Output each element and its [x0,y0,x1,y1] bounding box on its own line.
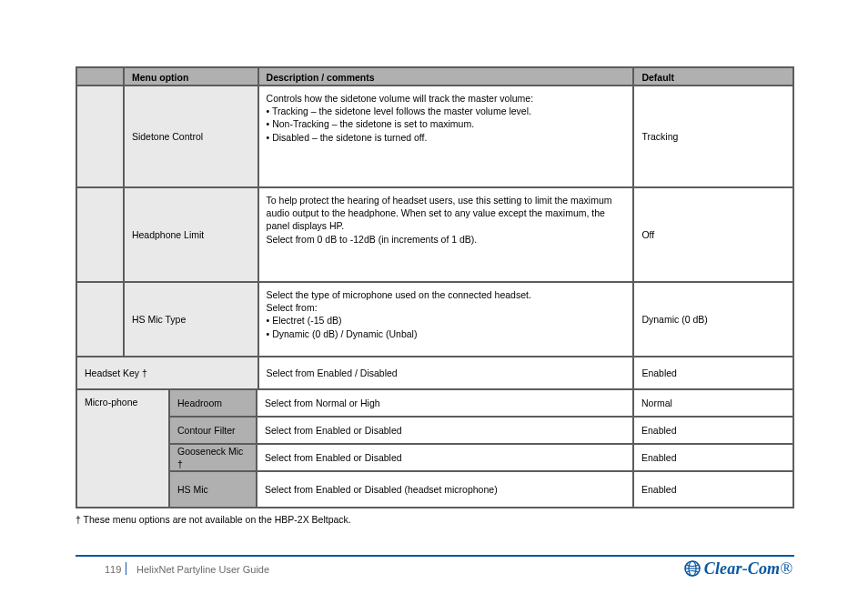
cell-menu-option: Sidetone Control [124,86,258,187]
cell-sub-label: Headroom [169,389,257,417]
table-subrow: Headroom Select from Normal or High Norm… [169,389,793,417]
header-col2: Menu option [124,67,258,86]
page-number: 119 [105,564,121,575]
logo-text-a: Clear [704,559,742,579]
table-row: HS Mic Type Select the type of microphon… [76,282,793,357]
header-col1 [76,67,124,86]
cell-sub-label: Contour Filter [169,417,257,444]
cell-group-label: Micro-phone [76,389,169,508]
footer-divider [76,555,794,557]
header-col4: Default [633,67,793,86]
logo-text-b: Com [748,559,781,579]
cell-default: Enabled [633,444,793,471]
table-row: Headphone Limit To help protect the hear… [76,187,793,282]
cell-default: Off [633,187,793,282]
table-header-row: Menu option Description / comments Defau… [76,67,793,86]
brand-logo: Clear - Com ® [684,559,792,579]
globe-icon [684,560,701,577]
table-row: Headset Key † Select from Enabled / Disa… [76,357,793,389]
cell-description: Select from Enabled or Disabled [257,417,633,444]
table-row: Sidetone Control Controls how the sideto… [76,86,793,187]
table-subrow: HS Mic Select from Enabled or Disabled (… [169,471,793,508]
table-footnote: † These menu options are not available o… [76,514,351,525]
cell-description: Select from Normal or High [257,389,633,417]
table-row-group: Micro-phone Headroom Select from Normal … [76,389,793,508]
cell-menu-option: Headphone Limit [124,187,258,282]
table-subrow: Gooseneck Mic † Select from Enabled or D… [169,444,793,471]
table-subrow: Contour Filter Select from Enabled or Di… [169,417,793,444]
cell-menu-option: Headset Key † [76,357,258,389]
cell-default: Normal [633,389,793,417]
page: Menu option Description / comments Defau… [0,0,868,614]
settings-table: Menu option Description / comments Defau… [76,66,794,508]
cell-description: Select from Enabled or Disabled (headset… [257,471,633,508]
cell-default: Enabled [633,357,793,389]
cell-menu-option: HS Mic Type [124,282,258,357]
cell-sub-label: HS Mic [169,471,257,508]
cell-sub-label: Gooseneck Mic † [169,444,257,471]
cell-blank [76,187,124,282]
cell-description: Controls how the sidetone volume will tr… [258,86,634,187]
cell-description: To help protect the hearing of headset u… [258,187,634,282]
footer-divider-short [126,562,126,575]
cell-default: Dynamic (0 dB) [633,282,793,357]
cell-default: Tracking [633,86,793,187]
cell-description: Select the type of microphone used on th… [258,282,634,357]
cell-blank [76,282,124,357]
cell-description: Select from Enabled / Disabled [258,357,634,389]
header-col3: Description / comments [258,67,634,86]
logo-trademark: ® [780,559,792,579]
cell-default: Enabled [633,471,793,508]
footer-doc-title: HelixNet Partyline User Guide [136,564,269,575]
cell-blank [76,86,124,187]
cell-default: Enabled [633,417,793,444]
cell-description: Select from Enabled or Disabled [257,444,633,471]
